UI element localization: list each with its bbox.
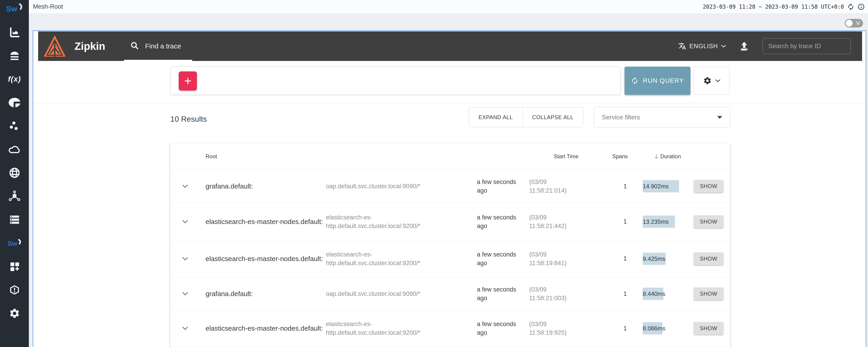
trace-span-count: 1 [609, 290, 627, 297]
sidebar: Sw f(x) [0, 0, 29, 347]
show-trace-button[interactable]: SHOW [694, 287, 723, 300]
time-range[interactable]: 2023-03-09 11:28 ~ 2023-03-09 11:58 UTC+… [703, 4, 844, 10]
upload-icon[interactable] [739, 41, 749, 51]
trace-age: a few seconds ago [477, 178, 520, 195]
collapse-all-button[interactable]: COLLAPSE ALL [523, 108, 583, 127]
version-toggle[interactable]: V [845, 19, 863, 28]
tab-find-a-trace[interactable]: Find a trace [130, 31, 181, 61]
trace-row[interactable]: elasticsearch-es-master-nodes.default: e… [170, 240, 730, 277]
sidebar-item-dashboards-new[interactable] [0, 255, 29, 278]
show-trace-button[interactable]: SHOW [694, 215, 723, 228]
search-icon [130, 41, 139, 51]
sidebar-item-functions[interactable]: f(x) [0, 67, 29, 91]
trace-row[interactable]: elasticsearch-es-master-nodes.default: e… [170, 203, 730, 240]
trace-span-count: 1 [609, 218, 627, 225]
service-filters-placeholder: Service filters [602, 114, 717, 121]
sidebar-item-skywalking[interactable]: Sw [0, 231, 29, 255]
expand-row-chevron-icon[interactable] [177, 326, 193, 330]
function-icon: f(x) [8, 75, 21, 83]
sidebar-item-cloud[interactable] [0, 138, 29, 161]
trace-id-search-input[interactable] [763, 38, 851, 54]
query-criteria-box[interactable]: + [170, 67, 621, 95]
trace-span-count: 1 [609, 325, 627, 332]
dashboard-add-icon [9, 261, 20, 272]
show-trace-button[interactable]: SHOW [694, 180, 723, 193]
cloud-icon [8, 145, 21, 154]
trace-service: grafana.default: [206, 289, 323, 298]
service-filters-dropdown[interactable]: Service filters [594, 107, 730, 128]
trace-endpoint: oap.default.svc.cluster.local:9090/* [326, 182, 463, 191]
trace-endpoint: oap.default.svc.cluster.local:9090/* [326, 289, 463, 298]
language-selector[interactable]: ENGLISH [678, 42, 726, 50]
zipkin-header-right: ENGLISH [678, 31, 851, 61]
chevron-down-icon [715, 79, 720, 82]
expand-collapse-group: EXPAND ALL COLLAPSE ALL [469, 107, 583, 127]
query-settings-button[interactable] [693, 67, 730, 95]
sidebar-nav: f(x) [0, 21, 29, 325]
column-spans[interactable]: Spans [609, 143, 628, 170]
column-start-time[interactable]: Start Time [554, 143, 579, 170]
translate-icon [678, 42, 686, 50]
trace-endpoint: elasticsearch-es-http.default.svc.cluste… [326, 213, 463, 230]
pie-chart-icon [8, 97, 21, 108]
trace-row[interactable]: grafana.default: oap.default.svc.cluster… [170, 170, 730, 203]
trace-duration: 13.235ms [643, 215, 679, 228]
show-trace-button[interactable]: SHOW [694, 252, 723, 265]
sidebar-item-events[interactable] [0, 114, 29, 138]
toggle-label: V [856, 20, 860, 27]
trace-row[interactable]: grafana.default: oap.default.svc.cluster… [170, 277, 730, 311]
column-root[interactable]: Root [206, 143, 217, 170]
expand-row-chevron-icon[interactable] [177, 257, 193, 261]
toggle-knob [846, 20, 852, 27]
main-content: V Zipkin Find a trace [29, 14, 868, 347]
trace-start-time: (03/09 11:58:21:014) [529, 178, 577, 195]
topbar: Mesh-Root 2023-03-09 11:28 ~ 2023-03-09 … [29, 0, 868, 13]
tab-label: Find a trace [145, 42, 181, 50]
skywalking-logo[interactable]: Sw [6, 2, 23, 14]
trace-service: grafana.default: [206, 182, 323, 191]
sidebar-item-topology[interactable] [0, 184, 29, 208]
server-list-icon [9, 215, 21, 225]
skywalking-icon: Sw [7, 238, 22, 248]
expand-all-button[interactable]: EXPAND ALL [469, 108, 523, 127]
show-trace-button[interactable]: SHOW [694, 322, 723, 335]
refresh-icon[interactable] [847, 3, 855, 10]
trace-start-time: (03/09 11:58:21:442) [529, 213, 577, 230]
trace-endpoint: elasticsearch-es-http.default.svc.cluste… [326, 320, 463, 337]
trace-age: a few seconds ago [477, 320, 520, 337]
run-query-button[interactable]: RUN QUERY [624, 67, 690, 95]
zipkin-logo[interactable] [43, 34, 66, 59]
column-duration[interactable]: Duration [638, 143, 681, 170]
add-criteria-button[interactable]: + [179, 71, 197, 90]
page-title: Mesh-Root [33, 3, 63, 10]
trace-span-count: 1 [609, 183, 627, 190]
trace-service: elasticsearch-es-master-nodes.default: [206, 254, 323, 263]
expand-row-chevron-icon[interactable] [177, 292, 193, 296]
trace-start-time: (03/09 11:58:19:925) [529, 320, 577, 337]
globe-icon [9, 167, 20, 178]
trace-age: a few seconds ago [477, 285, 520, 302]
query-section: + RUN QUERY [33, 61, 866, 103]
trace-age: a few seconds ago [477, 250, 520, 267]
sidebar-item-settings[interactable] [0, 301, 29, 325]
trace-duration: 14.902ms [643, 180, 679, 193]
trace-duration: 8.440ms [643, 287, 679, 300]
info-icon[interactable] [858, 3, 865, 10]
svg-text:Sw: Sw [6, 4, 18, 13]
trace-row[interactable]: elasticsearch-es-master-nodes.default: e… [170, 311, 730, 346]
sidebar-item-services[interactable] [0, 208, 29, 231]
zipkin-header: Zipkin Find a trace ENGLISH [38, 31, 862, 61]
trace-service: elasticsearch-es-master-nodes.default: [206, 217, 323, 226]
sidebar-item-layers[interactable] [0, 44, 29, 67]
trace-service: elasticsearch-es-master-nodes.default: [206, 324, 323, 333]
table-header: Root Start Time Spans Duration [170, 143, 730, 170]
scatter-dots-icon [9, 121, 20, 131]
trace-start-time: (03/09 11:58:19:841) [529, 250, 577, 267]
sidebar-item-dashboard[interactable] [0, 21, 29, 44]
expand-row-chevron-icon[interactable] [177, 220, 193, 224]
expand-row-chevron-icon[interactable] [177, 184, 193, 188]
sidebar-item-profiles[interactable] [0, 91, 29, 114]
sidebar-item-alerts[interactable] [0, 278, 29, 301]
sidebar-item-browser[interactable] [0, 161, 29, 184]
trace-span-count: 1 [609, 255, 627, 262]
